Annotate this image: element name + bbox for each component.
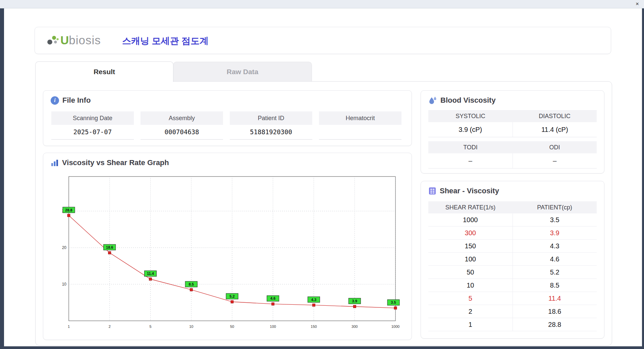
field-label: Scanning Date (51, 111, 134, 125)
field-value (319, 125, 401, 140)
shear-rate-cell: 50 (428, 266, 513, 279)
chart-marker (149, 278, 152, 281)
bar-chart-icon (51, 159, 59, 167)
close-icon[interactable]: × (633, 0, 641, 8)
field-value: 2025-07-07 (51, 125, 134, 140)
odi-value: – (513, 153, 597, 168)
shear-table: SHEAR RATE(1/s) PATIENT(cp) 10003.53003.… (428, 201, 597, 331)
patient-viscosity-cell: 3.5 (513, 213, 597, 226)
patient-viscosity-cell: 8.5 (513, 279, 597, 292)
chart-point-label: 3.5 (391, 300, 396, 304)
chart-marker (353, 305, 356, 308)
blood-viscosity-card: Blood Viscosity SYSTOLIC DIASTOLIC 3.9 (… (421, 90, 604, 173)
field-assembly: Assembly 000704638 (141, 111, 223, 140)
droplets-icon (428, 96, 437, 105)
tab-rawdata[interactable]: Raw Data (173, 62, 312, 81)
shear-rate-cell: 100 (428, 253, 513, 265)
chart-marker (394, 307, 397, 309)
patient-viscosity-cell: 11.4 (513, 292, 597, 305)
field-label: Patient ID (230, 111, 312, 125)
patient-viscosity-cell: 28.8 (513, 318, 597, 331)
logo-text-u: U (60, 34, 69, 47)
table-row: 3003.9 (428, 227, 597, 240)
shear-table-body: 10003.53003.91504.31004.6505.2108.5511.4… (428, 213, 597, 331)
chart-point-label: 11.4 (147, 271, 154, 276)
x-tick-label: 300 (352, 325, 358, 329)
systolic-value: 3.9 (cP) (428, 122, 513, 137)
chart-marker (272, 303, 274, 305)
chart-point-label: 5.2 (229, 294, 234, 298)
table-row: 108.5 (428, 279, 597, 292)
file-info-title: File Info (62, 96, 91, 105)
shear-rate-cell: 5 (428, 292, 513, 305)
todi-label: TODI (428, 141, 513, 153)
chart-point-label: 28.8 (65, 208, 72, 212)
x-tick-label: 100 (270, 325, 276, 329)
field-patient-id: Patient ID 51881920300 (230, 111, 312, 140)
chart-marker (108, 251, 111, 254)
x-tick-label: 2 (109, 325, 111, 329)
table-row: 218.6 (428, 305, 597, 318)
patient-viscosity-cell: 5.2 (513, 266, 597, 279)
content-panel: i File Info Scanning Date 2025-07-07 Ass… (35, 81, 612, 346)
file-info-header: i File Info (51, 96, 91, 105)
header-card: Ubiosis 스캐닝 모세관 점도계 (35, 27, 611, 54)
logo-text-rest: biosis (69, 34, 101, 47)
chart-point-label: 4.6 (270, 296, 275, 300)
shear-rate-cell: 2 (428, 305, 513, 318)
blood-viscosity-table: SYSTOLIC DIASTOLIC 3.9 (cP) 11.4 (cP) TO… (428, 110, 597, 168)
chart-marker (67, 214, 70, 217)
field-value: 51881920300 (230, 125, 312, 140)
x-tick-label: 1 (68, 325, 70, 329)
bv-header-row: SYSTOLIC DIASTOLIC (428, 110, 597, 122)
shear-viscosity-title: Shear - Viscosity (440, 187, 499, 195)
table-row: 505.2 (428, 266, 597, 279)
table-row: 511.4 (428, 292, 597, 305)
chart-point-label: 4.3 (311, 298, 316, 302)
patient-viscosity-cell: 4.6 (513, 253, 597, 265)
brand-logo: Ubiosis (46, 32, 101, 49)
blood-viscosity-title: Blood Viscosity (440, 96, 496, 105)
field-label: Assembly (141, 111, 223, 125)
chart-svg: 1020301251050100150300100028.818.611.48.… (55, 172, 400, 334)
tab-result-label: Result (94, 68, 115, 76)
bv-value-row: 3.9 (cP) 11.4 (cP) (428, 122, 597, 137)
calculator-icon (428, 187, 436, 195)
shear-viscosity-card: Shear - Viscosity SHEAR RATE(1/s) PATIEN… (421, 181, 604, 339)
field-label: Hematocrit (319, 111, 401, 125)
shear-rate-cell: 1 (428, 318, 513, 331)
shear-rate-header: SHEAR RATE(1/s) (428, 201, 513, 213)
field-scanning-date: Scanning Date 2025-07-07 (51, 111, 134, 140)
x-tick-label: 5 (149, 325, 151, 329)
x-tick-label: 1000 (391, 325, 399, 329)
patient-viscosity-cell: 4.3 (513, 240, 597, 252)
info-icon: i (51, 96, 59, 105)
chart-point-label: 18.6 (106, 245, 113, 249)
graph-header: Viscosity vs Shear Rate Graph (51, 158, 169, 167)
patient-viscosity-cell: 18.6 (513, 305, 597, 318)
shear-viscosity-header: Shear - Viscosity (428, 187, 499, 195)
file-info-card: i File Info Scanning Date 2025-07-07 Ass… (43, 90, 412, 146)
chart-marker (313, 304, 315, 306)
systolic-label: SYSTOLIC (428, 110, 513, 122)
shear-rate-cell: 10 (428, 279, 513, 292)
chart-marker (231, 300, 233, 303)
shear-rate-cell: 300 (428, 227, 513, 239)
patient-viscosity-cell: 3.9 (513, 227, 597, 239)
odi-label: ODI (513, 141, 597, 153)
y-tick-label: 10 (62, 282, 67, 287)
page-title: 스캐닝 모세관 점도계 (122, 35, 209, 47)
chart-point-label: 3.9 (352, 299, 357, 303)
blood-viscosity-header: Blood Viscosity (428, 96, 496, 105)
x-tick-label: 10 (189, 325, 193, 329)
tab-result[interactable]: Result (35, 61, 173, 82)
table-row: 10003.5 (428, 213, 597, 227)
field-hematocrit: Hematocrit (319, 111, 401, 140)
diastolic-label: DIASTOLIC (513, 110, 597, 122)
bv-header-row: TODI ODI (428, 141, 597, 153)
graph-card: Viscosity vs Shear Rate Graph 1020301251… (43, 153, 412, 340)
x-tick-label: 150 (311, 325, 317, 329)
patient-header: PATIENT(cp) (513, 201, 597, 213)
diastolic-value: 11.4 (cP) (513, 122, 597, 137)
field-value: 000704638 (141, 125, 223, 140)
